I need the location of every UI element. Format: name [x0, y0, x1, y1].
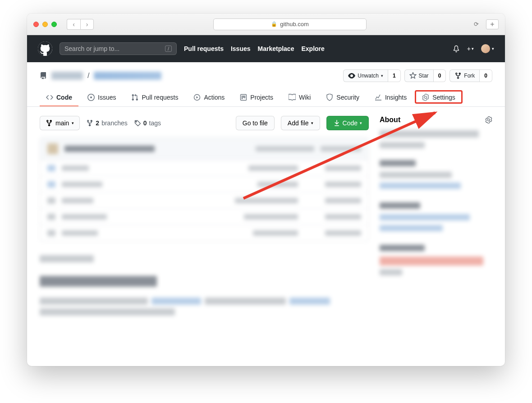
tab-code[interactable]: Code	[40, 89, 78, 106]
header-nav: Pull requests Issues Marketplace Explore	[184, 45, 325, 52]
minimize-window-button[interactable]	[42, 22, 48, 27]
caret-down-icon: ▾	[72, 121, 74, 125]
tags-link[interactable]: 0 tags	[134, 119, 161, 127]
fork-button-group: Fork 0	[449, 69, 492, 82]
file-list-redacted	[40, 137, 369, 316]
tab-wiki-label: Wiki	[299, 94, 311, 101]
svg-rect-3	[242, 96, 243, 99]
maximize-window-button[interactable]	[51, 22, 57, 27]
lock-icon: 🔒	[271, 21, 277, 27]
code-download-button[interactable]: Code ▾	[326, 116, 369, 130]
browser-window: ‹ › 🔒 github.com ⟳ + / Pull requests Iss…	[27, 14, 505, 366]
github-logo[interactable]	[38, 41, 52, 56]
user-menu[interactable]: ▾	[481, 44, 494, 53]
unwatch-label: Unwatch	[358, 73, 379, 79]
nav-issues[interactable]: Issues	[231, 45, 251, 52]
svg-rect-4	[243, 96, 244, 98]
branches-label: branches	[101, 119, 128, 127]
tab-wiki[interactable]: Wiki	[282, 89, 317, 106]
repo-owner-redacted	[51, 72, 83, 80]
avatar	[481, 44, 490, 53]
caret-down-icon: ▾	[311, 121, 313, 125]
add-file-button[interactable]: Add file ▾	[281, 116, 320, 130]
svg-point-0	[90, 96, 92, 98]
new-tab-button[interactable]: +	[486, 19, 499, 29]
star-button[interactable]: Star	[404, 69, 434, 82]
nav-explore[interactable]: Explore	[301, 45, 324, 52]
star-button-group: Star 0	[404, 69, 446, 82]
search-input[interactable]	[64, 45, 165, 52]
svg-rect-5	[244, 96, 245, 98]
refresh-icon[interactable]: ⟳	[474, 21, 479, 27]
unwatch-button[interactable]: Unwatch ▾	[343, 69, 388, 82]
repo-icon	[40, 72, 47, 80]
search-bar[interactable]: /	[60, 42, 177, 55]
repo-action-buttons: Unwatch ▾ 1 Star 0 Fork	[343, 69, 492, 82]
repo-header: / Unwatch ▾ 1 Star 0	[27, 62, 505, 107]
tab-settings-label: Settings	[432, 94, 455, 101]
about-heading: About	[380, 116, 400, 124]
forward-button[interactable]: ›	[80, 19, 94, 30]
watch-button-group: Unwatch ▾ 1	[343, 69, 400, 82]
tab-issues-label: Issues	[98, 94, 116, 101]
fork-label: Fork	[464, 73, 475, 79]
tab-settings[interactable]: Settings	[416, 89, 462, 106]
window-controls	[33, 22, 57, 27]
repo-tabs: Code Issues Pull requests Actions Projec…	[40, 89, 492, 106]
fork-count[interactable]: 0	[480, 69, 492, 82]
github-header: / Pull requests Issues Marketplace Explo…	[27, 35, 505, 62]
back-button[interactable]: ‹	[67, 19, 80, 30]
tab-security[interactable]: Security	[320, 89, 366, 106]
add-file-label: Add file	[288, 119, 309, 127]
tab-projects-label: Projects	[250, 94, 273, 101]
tab-pull-requests[interactable]: Pull requests	[125, 89, 184, 106]
gear-icon[interactable]	[485, 116, 492, 124]
header-right: +▾ ▾	[453, 44, 494, 53]
close-window-button[interactable]	[33, 22, 39, 27]
star-count[interactable]: 0	[434, 69, 446, 82]
tab-code-label: Code	[56, 94, 72, 101]
sidebar: About	[380, 116, 492, 316]
address-bar[interactable]: 🔒 github.com ⟳	[213, 18, 367, 30]
browser-nav-arrows: ‹ ›	[67, 19, 94, 30]
branch-name: main	[55, 119, 69, 127]
about-content-redacted	[380, 130, 492, 275]
watch-count[interactable]: 1	[388, 69, 401, 82]
notifications-icon[interactable]	[453, 45, 460, 52]
goto-file-button[interactable]: Go to file	[236, 116, 275, 130]
create-new-button[interactable]: +▾	[467, 45, 474, 52]
tab-projects[interactable]: Projects	[234, 89, 280, 106]
tags-label: tags	[149, 119, 161, 127]
branches-count: 2	[96, 119, 99, 127]
repo-name-redacted	[94, 72, 161, 80]
browser-titlebar: ‹ › 🔒 github.com ⟳ +	[27, 14, 505, 35]
repo-body: main ▾ 2 branches 0 tags Go to file	[27, 107, 505, 325]
tab-actions-label: Actions	[204, 94, 225, 101]
search-hotkey-badge: /	[165, 46, 172, 52]
code-button-label: Code	[343, 119, 358, 127]
nav-marketplace[interactable]: Marketplace	[258, 45, 294, 52]
main-actions-bar: main ▾ 2 branches 0 tags Go to file	[40, 116, 369, 130]
branches-link[interactable]: 2 branches	[86, 119, 127, 127]
tab-security-label: Security	[336, 94, 359, 101]
tab-pulls-label: Pull requests	[142, 94, 178, 101]
caret-down-icon: ▾	[360, 121, 362, 125]
fork-button[interactable]: Fork	[449, 69, 480, 82]
repo-title-row: / Unwatch ▾ 1 Star 0	[40, 69, 492, 82]
nav-pull-requests[interactable]: Pull requests	[184, 45, 224, 52]
goto-file-label: Go to file	[243, 119, 268, 127]
tags-count: 0	[143, 119, 147, 127]
tab-insights-label: Insights	[385, 94, 407, 101]
url-text: github.com	[280, 21, 309, 27]
tab-insights[interactable]: Insights	[368, 89, 413, 106]
branch-select-button[interactable]: main ▾	[40, 116, 80, 130]
star-label: Star	[419, 73, 429, 79]
repo-title: /	[40, 72, 161, 80]
tab-actions[interactable]: Actions	[187, 89, 231, 106]
main-column: main ▾ 2 branches 0 tags Go to file	[40, 116, 369, 316]
caret-down-icon: ▾	[381, 73, 383, 78]
tab-issues[interactable]: Issues	[81, 89, 122, 106]
about-header: About	[380, 116, 492, 124]
